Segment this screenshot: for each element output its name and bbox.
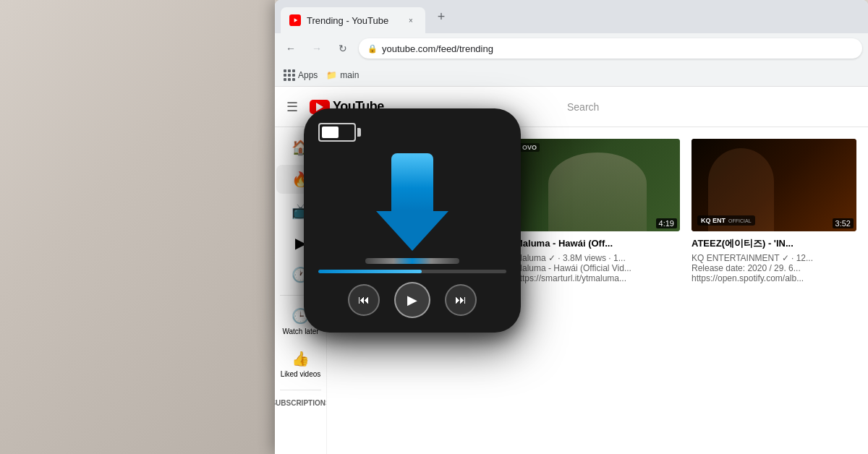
video-desc-maluma: Maluma - Hawái (Official Vid... https://…	[515, 263, 680, 283]
progress-bar-fill	[318, 270, 422, 273]
address-bar-row: ← → ↻ 🔒 youtube.com/feed/trending	[275, 33, 868, 64]
apps-bookmark[interactable]: Apps	[284, 69, 318, 81]
new-tab-button[interactable]: +	[431, 7, 451, 27]
battery-body	[318, 123, 356, 142]
video-title-ateez: ATEEZ(에이티즈) - 'IN...	[692, 237, 856, 250]
video-duration-ateez: 3:52	[833, 218, 854, 228]
liked-label: Liked videos	[281, 370, 321, 378]
video-thumbnail-ateez: KQ ENT OFFICIAL 3:52	[692, 139, 856, 231]
prev-button[interactable]: ⏮	[348, 284, 380, 316]
video-channel-maluma: Maluma ✓ · 3.8M views · 1...	[515, 253, 680, 263]
thumb-maluma-content	[515, 139, 680, 231]
search-placeholder: Search	[567, 101, 599, 113]
video-thumbnail-maluma: OVO 4:19	[515, 139, 680, 231]
download-arrow-container	[365, 153, 459, 264]
video-info-maluma: Maluma - Hawái (Off... Maluma ✓ · 3.8M v…	[515, 231, 680, 286]
apps-label: Apps	[298, 70, 318, 80]
hamburger-menu-icon[interactable]: ☰	[286, 99, 298, 115]
media-controls: ⏮ ▶ ⏭	[348, 282, 477, 318]
video-card-maluma[interactable]: OVO 4:19 Maluma - Hawái (Off... Maluma ✓…	[515, 139, 680, 286]
progress-bar-background	[318, 270, 506, 273]
background-desk	[0, 0, 275, 454]
figure-silhouette	[548, 153, 647, 231]
tab-favicon-icon	[289, 14, 301, 26]
battery-fill	[322, 127, 339, 138]
main-label: main	[340, 70, 359, 80]
arrow-head	[376, 211, 448, 251]
bookmarks-bar: Apps 📁 main	[275, 64, 868, 87]
progress-row	[318, 270, 506, 273]
folder-icon: 📁	[326, 70, 337, 80]
download-app-overlay: ⏮ ▶ ⏭	[304, 108, 521, 333]
play-icon: ▶	[407, 292, 417, 308]
watch-later-label: Watch later	[282, 327, 318, 335]
arrow-shaft	[391, 153, 433, 211]
refresh-button[interactable]: ↻	[333, 38, 353, 59]
battery-icon	[318, 123, 361, 142]
apps-grid-icon	[284, 69, 295, 81]
ovo-badge: OVO	[519, 143, 540, 152]
kq-badge: KQ ENT	[701, 217, 726, 224]
kq-sub: OFFICIAL	[728, 218, 752, 223]
main-bookmark[interactable]: 📁 main	[326, 70, 359, 80]
video-desc-ateez: Release date: 2020 / 29. 6... https://op…	[692, 263, 856, 283]
youtube-search-bar[interactable]: Search	[567, 100, 856, 113]
next-icon: ⏭	[455, 294, 467, 307]
sidebar-divider-2	[280, 390, 321, 390]
browser-title-bar: Trending - YouTube × +	[275, 0, 868, 33]
liked-icon: 👍	[292, 350, 310, 367]
sidebar-item-liked[interactable]: 👍 Liked videos	[276, 344, 326, 384]
video-channel-ateez: KQ ENTERTAINMENT ✓ · 12...	[692, 253, 856, 263]
next-button[interactable]: ⏭	[445, 284, 477, 316]
video-info-ateez: ATEEZ(에이티즈) - 'IN... KQ ENTERTAINMENT ✓ …	[692, 231, 856, 286]
kq-badge-container: KQ ENT OFFICIAL	[697, 215, 755, 226]
address-field[interactable]: 🔒 youtube.com/feed/trending	[359, 38, 862, 59]
video-title-maluma: Maluma - Hawái (Off...	[515, 237, 680, 250]
play-button[interactable]: ▶	[394, 282, 430, 318]
address-url: youtube.com/feed/trending	[382, 43, 493, 54]
download-arrow	[365, 153, 459, 264]
tab-title: Trending - YouTube	[307, 15, 399, 26]
subscriptions-label: SUBSCRIPTIONS	[275, 396, 327, 410]
battery-row	[318, 123, 506, 142]
browser-tab[interactable]: Trending - YouTube ×	[281, 7, 425, 33]
back-button[interactable]: ←	[281, 38, 301, 59]
video-duration-maluma: 4:19	[656, 218, 677, 228]
video-card-ateez[interactable]: KQ ENT OFFICIAL 3:52 ATEEZ(에이티즈) - 'IN..…	[692, 139, 856, 286]
lock-icon: 🔒	[367, 44, 378, 53]
tab-close-button[interactable]: ×	[405, 14, 417, 26]
arrow-bar	[365, 258, 459, 264]
battery-tip	[357, 128, 361, 137]
forward-button[interactable]: →	[307, 38, 327, 59]
prev-icon: ⏮	[358, 294, 370, 307]
